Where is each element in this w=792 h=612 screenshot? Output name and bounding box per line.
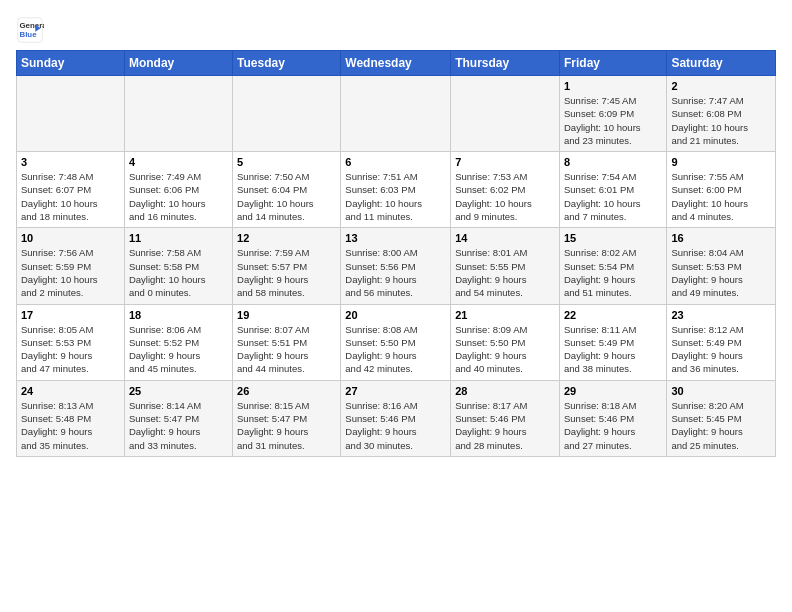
column-header-monday: Monday xyxy=(124,51,232,76)
calendar-cell xyxy=(17,76,125,152)
day-number: 14 xyxy=(455,232,555,244)
calendar-cell: 25Sunrise: 8:14 AM Sunset: 5:47 PM Dayli… xyxy=(124,380,232,456)
calendar-cell: 5Sunrise: 7:50 AM Sunset: 6:04 PM Daylig… xyxy=(233,152,341,228)
calendar-cell xyxy=(124,76,232,152)
day-number: 30 xyxy=(671,385,771,397)
day-info: Sunrise: 7:55 AM Sunset: 6:00 PM Dayligh… xyxy=(671,170,771,223)
day-number: 8 xyxy=(564,156,662,168)
calendar-cell: 24Sunrise: 8:13 AM Sunset: 5:48 PM Dayli… xyxy=(17,380,125,456)
day-info: Sunrise: 8:05 AM Sunset: 5:53 PM Dayligh… xyxy=(21,323,120,376)
day-number: 26 xyxy=(237,385,336,397)
day-info: Sunrise: 8:15 AM Sunset: 5:47 PM Dayligh… xyxy=(237,399,336,452)
day-number: 24 xyxy=(21,385,120,397)
day-number: 6 xyxy=(345,156,446,168)
calendar-cell: 8Sunrise: 7:54 AM Sunset: 6:01 PM Daylig… xyxy=(559,152,666,228)
calendar-cell: 14Sunrise: 8:01 AM Sunset: 5:55 PM Dayli… xyxy=(451,228,560,304)
day-number: 13 xyxy=(345,232,446,244)
calendar-week-row: 24Sunrise: 8:13 AM Sunset: 5:48 PM Dayli… xyxy=(17,380,776,456)
calendar-header-row: SundayMondayTuesdayWednesdayThursdayFrid… xyxy=(17,51,776,76)
day-number: 19 xyxy=(237,309,336,321)
day-info: Sunrise: 7:56 AM Sunset: 5:59 PM Dayligh… xyxy=(21,246,120,299)
day-number: 7 xyxy=(455,156,555,168)
calendar-week-row: 17Sunrise: 8:05 AM Sunset: 5:53 PM Dayli… xyxy=(17,304,776,380)
svg-text:Blue: Blue xyxy=(20,30,38,39)
day-number: 23 xyxy=(671,309,771,321)
day-info: Sunrise: 8:01 AM Sunset: 5:55 PM Dayligh… xyxy=(455,246,555,299)
day-number: 15 xyxy=(564,232,662,244)
day-number: 16 xyxy=(671,232,771,244)
day-info: Sunrise: 8:12 AM Sunset: 5:49 PM Dayligh… xyxy=(671,323,771,376)
day-number: 25 xyxy=(129,385,228,397)
calendar-cell: 6Sunrise: 7:51 AM Sunset: 6:03 PM Daylig… xyxy=(341,152,451,228)
calendar-cell: 30Sunrise: 8:20 AM Sunset: 5:45 PM Dayli… xyxy=(667,380,776,456)
day-number: 5 xyxy=(237,156,336,168)
calendar-table: SundayMondayTuesdayWednesdayThursdayFrid… xyxy=(16,50,776,457)
day-number: 17 xyxy=(21,309,120,321)
column-header-thursday: Thursday xyxy=(451,51,560,76)
calendar-cell: 19Sunrise: 8:07 AM Sunset: 5:51 PM Dayli… xyxy=(233,304,341,380)
day-info: Sunrise: 8:17 AM Sunset: 5:46 PM Dayligh… xyxy=(455,399,555,452)
day-info: Sunrise: 7:59 AM Sunset: 5:57 PM Dayligh… xyxy=(237,246,336,299)
calendar-cell: 3Sunrise: 7:48 AM Sunset: 6:07 PM Daylig… xyxy=(17,152,125,228)
day-info: Sunrise: 7:45 AM Sunset: 6:09 PM Dayligh… xyxy=(564,94,662,147)
day-number: 3 xyxy=(21,156,120,168)
day-info: Sunrise: 8:04 AM Sunset: 5:53 PM Dayligh… xyxy=(671,246,771,299)
calendar-cell: 11Sunrise: 7:58 AM Sunset: 5:58 PM Dayli… xyxy=(124,228,232,304)
day-number: 10 xyxy=(21,232,120,244)
day-number: 18 xyxy=(129,309,228,321)
calendar-cell: 16Sunrise: 8:04 AM Sunset: 5:53 PM Dayli… xyxy=(667,228,776,304)
day-info: Sunrise: 8:09 AM Sunset: 5:50 PM Dayligh… xyxy=(455,323,555,376)
column-header-saturday: Saturday xyxy=(667,51,776,76)
day-info: Sunrise: 8:08 AM Sunset: 5:50 PM Dayligh… xyxy=(345,323,446,376)
day-info: Sunrise: 8:16 AM Sunset: 5:46 PM Dayligh… xyxy=(345,399,446,452)
calendar-week-row: 10Sunrise: 7:56 AM Sunset: 5:59 PM Dayli… xyxy=(17,228,776,304)
day-info: Sunrise: 8:06 AM Sunset: 5:52 PM Dayligh… xyxy=(129,323,228,376)
calendar-cell: 20Sunrise: 8:08 AM Sunset: 5:50 PM Dayli… xyxy=(341,304,451,380)
calendar-cell xyxy=(451,76,560,152)
day-info: Sunrise: 8:18 AM Sunset: 5:46 PM Dayligh… xyxy=(564,399,662,452)
day-number: 2 xyxy=(671,80,771,92)
header: General Blue xyxy=(16,16,776,44)
day-info: Sunrise: 8:07 AM Sunset: 5:51 PM Dayligh… xyxy=(237,323,336,376)
column-header-wednesday: Wednesday xyxy=(341,51,451,76)
day-info: Sunrise: 7:53 AM Sunset: 6:02 PM Dayligh… xyxy=(455,170,555,223)
day-info: Sunrise: 8:20 AM Sunset: 5:45 PM Dayligh… xyxy=(671,399,771,452)
calendar-cell: 21Sunrise: 8:09 AM Sunset: 5:50 PM Dayli… xyxy=(451,304,560,380)
logo: General Blue xyxy=(16,16,44,44)
day-info: Sunrise: 7:49 AM Sunset: 6:06 PM Dayligh… xyxy=(129,170,228,223)
calendar-cell: 22Sunrise: 8:11 AM Sunset: 5:49 PM Dayli… xyxy=(559,304,666,380)
day-number: 9 xyxy=(671,156,771,168)
day-info: Sunrise: 7:47 AM Sunset: 6:08 PM Dayligh… xyxy=(671,94,771,147)
day-info: Sunrise: 7:54 AM Sunset: 6:01 PM Dayligh… xyxy=(564,170,662,223)
day-number: 27 xyxy=(345,385,446,397)
calendar-cell: 1Sunrise: 7:45 AM Sunset: 6:09 PM Daylig… xyxy=(559,76,666,152)
calendar-cell: 17Sunrise: 8:05 AM Sunset: 5:53 PM Dayli… xyxy=(17,304,125,380)
calendar-cell: 18Sunrise: 8:06 AM Sunset: 5:52 PM Dayli… xyxy=(124,304,232,380)
calendar-cell: 29Sunrise: 8:18 AM Sunset: 5:46 PM Dayli… xyxy=(559,380,666,456)
day-info: Sunrise: 8:13 AM Sunset: 5:48 PM Dayligh… xyxy=(21,399,120,452)
day-info: Sunrise: 7:58 AM Sunset: 5:58 PM Dayligh… xyxy=(129,246,228,299)
calendar-cell: 7Sunrise: 7:53 AM Sunset: 6:02 PM Daylig… xyxy=(451,152,560,228)
day-info: Sunrise: 8:14 AM Sunset: 5:47 PM Dayligh… xyxy=(129,399,228,452)
day-info: Sunrise: 8:11 AM Sunset: 5:49 PM Dayligh… xyxy=(564,323,662,376)
column-header-sunday: Sunday xyxy=(17,51,125,76)
calendar-week-row: 3Sunrise: 7:48 AM Sunset: 6:07 PM Daylig… xyxy=(17,152,776,228)
day-number: 20 xyxy=(345,309,446,321)
day-number: 1 xyxy=(564,80,662,92)
day-info: Sunrise: 7:50 AM Sunset: 6:04 PM Dayligh… xyxy=(237,170,336,223)
svg-text:General: General xyxy=(20,21,45,30)
day-number: 11 xyxy=(129,232,228,244)
calendar-cell xyxy=(233,76,341,152)
calendar-cell: 15Sunrise: 8:02 AM Sunset: 5:54 PM Dayli… xyxy=(559,228,666,304)
calendar-cell: 12Sunrise: 7:59 AM Sunset: 5:57 PM Dayli… xyxy=(233,228,341,304)
column-header-friday: Friday xyxy=(559,51,666,76)
calendar-cell xyxy=(341,76,451,152)
column-header-tuesday: Tuesday xyxy=(233,51,341,76)
logo-icon: General Blue xyxy=(16,16,44,44)
day-info: Sunrise: 8:02 AM Sunset: 5:54 PM Dayligh… xyxy=(564,246,662,299)
day-number: 29 xyxy=(564,385,662,397)
day-info: Sunrise: 7:48 AM Sunset: 6:07 PM Dayligh… xyxy=(21,170,120,223)
day-info: Sunrise: 7:51 AM Sunset: 6:03 PM Dayligh… xyxy=(345,170,446,223)
day-number: 12 xyxy=(237,232,336,244)
day-number: 4 xyxy=(129,156,228,168)
